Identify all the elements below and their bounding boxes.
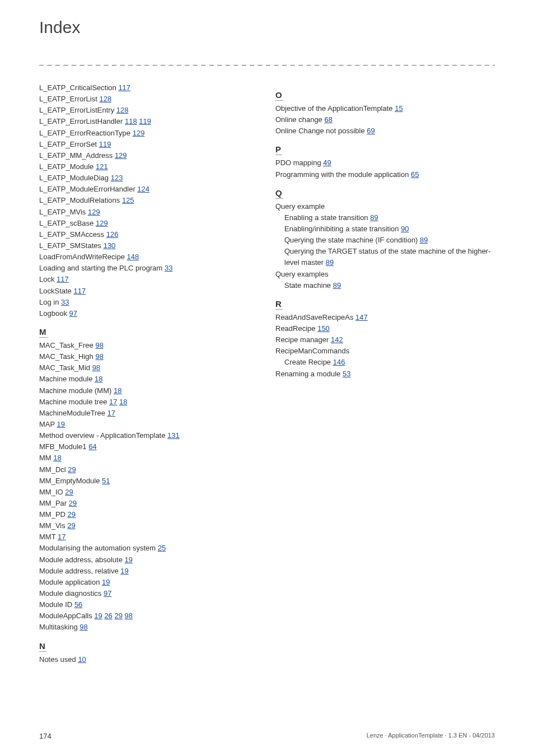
index-page-link[interactable]: 69 bbox=[367, 127, 374, 135]
index-section-heading: Q bbox=[275, 188, 283, 199]
index-page-link[interactable]: 29 bbox=[68, 510, 76, 519]
index-page-link[interactable]: 130 bbox=[104, 241, 116, 250]
index-page-link[interactable]: 129 bbox=[115, 151, 127, 160]
index-entry: L_EATP_SMAccess 126 bbox=[39, 229, 259, 240]
index-page-link[interactable]: 148 bbox=[127, 253, 139, 261]
index-page-link[interactable]: 129 bbox=[133, 129, 145, 137]
index-entry: L_EATP_ModuleErrorHandler 124 bbox=[39, 184, 259, 195]
index-page-link[interactable]: 29 bbox=[67, 521, 75, 530]
index-page-link[interactable]: 18 bbox=[95, 375, 102, 383]
index-page-link[interactable]: 89 bbox=[420, 236, 428, 244]
index-page-link[interactable]: 123 bbox=[111, 174, 123, 182]
index-page-link[interactable]: 119 bbox=[139, 117, 151, 125]
index-page-link[interactable]: 128 bbox=[116, 106, 129, 114]
index-page-link[interactable]: 98 bbox=[79, 623, 87, 631]
index-page-link[interactable]: 56 bbox=[74, 600, 82, 609]
index-page-link[interactable]: 98 bbox=[95, 352, 103, 361]
index-entry-label: L_EATP_CriticalSection bbox=[39, 83, 118, 92]
index-entry-label: MFB_Module1 bbox=[39, 442, 88, 451]
index-page-link[interactable]: 98 bbox=[92, 363, 100, 372]
index-page-link[interactable]: 17 bbox=[58, 533, 65, 541]
index-entry: L_EATP_CriticalSection 117 bbox=[39, 82, 259, 94]
index-entry-label: Enabling/inhibiting a state transition bbox=[284, 225, 401, 233]
index-entry-label: State machine bbox=[284, 281, 333, 290]
index-entry: Query example bbox=[275, 201, 495, 212]
index-page-link[interactable]: 125 bbox=[122, 196, 134, 204]
index-page-link[interactable]: 124 bbox=[137, 185, 149, 193]
index-page-link[interactable]: 98 bbox=[125, 612, 133, 620]
index-section-heading: R bbox=[275, 299, 283, 310]
index-page-link[interactable]: 118 bbox=[125, 117, 137, 125]
index-page-link[interactable]: 68 bbox=[324, 115, 332, 124]
index-entry-label: Query example bbox=[275, 202, 325, 211]
index-page-link[interactable]: 26 bbox=[104, 612, 112, 620]
index-page-link[interactable]: 65 bbox=[411, 170, 419, 179]
index-page-link[interactable]: 129 bbox=[96, 219, 108, 227]
index-page-link[interactable]: 128 bbox=[99, 95, 111, 103]
index-page-link[interactable]: 89 bbox=[333, 281, 341, 290]
index-page-link[interactable]: 117 bbox=[57, 275, 69, 283]
index-page-link[interactable]: 19 bbox=[57, 420, 65, 428]
index-page-link[interactable]: 147 bbox=[355, 313, 368, 321]
index-entry: L_EATP_MM_Address 129 bbox=[39, 150, 259, 161]
index-page-link[interactable]: 15 bbox=[395, 104, 402, 113]
index-entry-label: L_EATP_ErrorReactionType bbox=[39, 129, 133, 137]
index-entry: Machine module 18 bbox=[39, 374, 259, 385]
index-page-link[interactable]: 126 bbox=[106, 230, 119, 239]
index-entry-label: Objective of the ApplicationTemplate bbox=[275, 104, 395, 113]
index-page-link[interactable]: 119 bbox=[99, 140, 111, 148]
index-page-link[interactable]: 29 bbox=[68, 465, 76, 474]
index-page-link[interactable]: 90 bbox=[401, 225, 409, 233]
index-page-link[interactable]: 19 bbox=[120, 567, 128, 575]
index-page-link[interactable]: 51 bbox=[102, 477, 110, 485]
index-entry-label: MM_Dcl bbox=[39, 465, 68, 474]
index-entry-label: Online change bbox=[275, 115, 324, 124]
index-entry-label: Renaming a module bbox=[275, 370, 343, 378]
index-page-link[interactable]: 19 bbox=[124, 556, 132, 564]
index-page-link[interactable]: 18 bbox=[119, 398, 127, 406]
index-entry-label: Multitasking bbox=[39, 623, 79, 631]
index-entry: Machine module (MM) 18 bbox=[39, 385, 259, 396]
index-page-link[interactable]: 29 bbox=[69, 499, 77, 507]
index-entry: Method overview - ApplicationTemplate 13… bbox=[39, 430, 259, 441]
index-entry-label: L_EATP_MVis bbox=[39, 208, 88, 216]
index-page-link[interactable]: 29 bbox=[65, 488, 73, 496]
index-entry-label: MM_Vis bbox=[39, 521, 67, 530]
index-entry: PDO mapping 49 bbox=[275, 157, 495, 169]
index-page-link[interactable]: 89 bbox=[326, 258, 334, 267]
index-entry: Module diagnostics 97 bbox=[39, 588, 259, 599]
index-page-link[interactable]: 150 bbox=[317, 324, 330, 333]
index-page-link[interactable]: 29 bbox=[114, 612, 122, 620]
index-page-link[interactable]: 121 bbox=[96, 162, 108, 171]
index-page-link[interactable]: 97 bbox=[104, 589, 111, 598]
index-page-link[interactable]: 25 bbox=[158, 544, 166, 552]
index-page-link[interactable]: 131 bbox=[167, 431, 180, 440]
index-page-link[interactable]: 53 bbox=[343, 370, 350, 378]
index-entry: Programming with the module application … bbox=[275, 169, 495, 180]
index-page-link[interactable]: 146 bbox=[333, 358, 345, 366]
index-page-link[interactable]: 89 bbox=[370, 213, 378, 222]
index-page-link[interactable]: 18 bbox=[53, 454, 61, 462]
index-page-link[interactable]: 117 bbox=[73, 287, 86, 295]
index-page-link[interactable]: 10 bbox=[78, 655, 86, 664]
index-entry: L_EATP_ErrorListEntry 128 bbox=[39, 105, 259, 116]
index-page-link[interactable]: 98 bbox=[95, 341, 103, 349]
index-page-link[interactable]: 117 bbox=[118, 83, 130, 92]
index-page-link[interactable]: 19 bbox=[94, 612, 102, 620]
index-page-link[interactable]: 64 bbox=[88, 442, 96, 451]
index-page-link[interactable]: 18 bbox=[114, 386, 121, 395]
index-entry: Objective of the ApplicationTemplate 15 bbox=[275, 103, 495, 114]
index-entry-label: L_EATP_ModulRelations bbox=[39, 196, 122, 204]
index-page-link[interactable]: 97 bbox=[69, 309, 77, 318]
index-page-link[interactable]: 33 bbox=[61, 298, 69, 306]
index-entry-label: MAC_Task_Free bbox=[39, 341, 95, 349]
index-page-link[interactable]: 33 bbox=[165, 264, 172, 272]
index-page-link[interactable]: 19 bbox=[102, 578, 110, 586]
index-entry: L_EATP_Module 121 bbox=[39, 161, 259, 172]
index-page-link[interactable]: 17 bbox=[107, 409, 115, 417]
index-page-link[interactable]: 49 bbox=[323, 158, 331, 167]
index-entry-label: Module diagnostics bbox=[39, 589, 104, 598]
index-page-link[interactable]: 17 bbox=[109, 398, 117, 406]
index-page-link[interactable]: 129 bbox=[88, 208, 100, 216]
index-page-link[interactable]: 142 bbox=[331, 335, 343, 344]
